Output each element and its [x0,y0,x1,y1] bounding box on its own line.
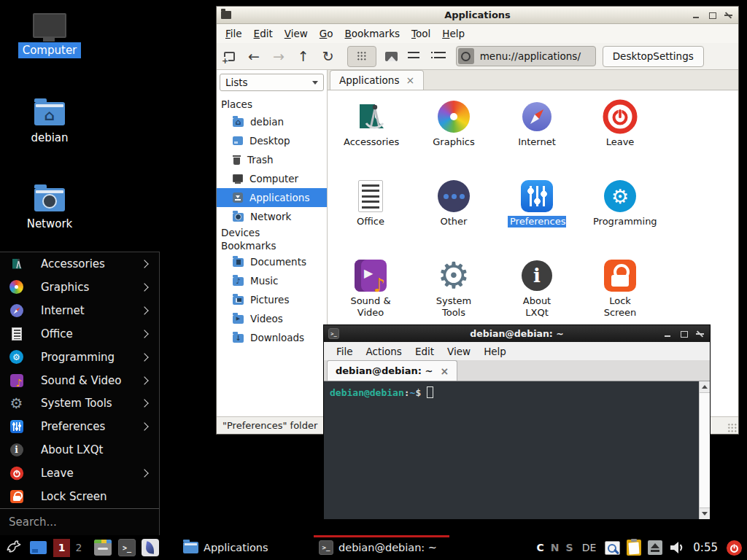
close-button[interactable] [695,330,705,338]
maximize-button[interactable] [708,11,718,20]
file-manager-launcher-icon[interactable] [94,540,112,556]
clipboard-tray-icon[interactable] [627,540,641,556]
menu-item-programming[interactable]: Programming [0,346,159,369]
task-terminal[interactable]: debian@debian: ~ [314,535,449,560]
workspace-2-button[interactable]: 2 [72,542,85,553]
tab-terminal-session[interactable]: debian@debian: ~ × [327,360,457,381]
close-button[interactable] [724,11,734,20]
thumbnail-view-icon[interactable] [385,52,398,61]
up-icon[interactable]: ↑ [298,50,309,63]
scroll-lock-indicator[interactable]: S [566,542,573,553]
tab-applications[interactable]: Applications × [330,70,424,90]
sidebar-item-documents[interactable]: Documents [217,252,327,271]
maximize-button[interactable] [679,330,689,338]
clock[interactable]: 0:55 [693,541,718,554]
menu-edit[interactable]: Edit [409,344,441,359]
menu-help[interactable]: Help [477,344,513,359]
menu-item-system-tools[interactable]: System Tools [0,392,159,416]
minimize-button[interactable] [692,11,702,20]
internet-icon [9,303,24,318]
reload-icon[interactable]: ↻ [322,50,334,63]
menu-view[interactable]: View [441,344,477,359]
menu-item-lock-screen[interactable]: Lock Screen [0,485,159,508]
sidebar-item-computer[interactable]: Computer [217,169,327,188]
app-item-accessories[interactable]: Accessories [329,99,412,179]
caps-lock-indicator[interactable]: C [537,542,544,553]
submenu-arrow-icon [140,400,148,408]
detailed-list-view-icon[interactable] [408,52,419,61]
screenshot-tray-icon[interactable] [605,541,620,555]
sidebar-item-network[interactable]: Network [217,207,327,226]
file-manager-titlebar[interactable]: Applications [217,7,738,24]
power-icon [603,99,638,134]
app-item-internet[interactable]: Internet [495,99,578,179]
app-item-graphics[interactable]: Graphics [412,99,495,179]
menu-item-about-lxqt[interactable]: About LXQt [0,438,159,462]
chevron-down-icon [312,81,318,85]
menu-bookmarks[interactable]: Bookmarks [339,26,406,41]
sidebar-item-music[interactable]: Music [217,271,327,290]
app-item-other[interactable]: Other [412,179,495,258]
app-item-programming[interactable]: Programming [578,179,662,258]
sidebar-mode-selector[interactable]: Lists [220,74,324,91]
keyboard-layout-indicator[interactable]: DE [582,542,597,553]
desktop-settings-button[interactable]: DesktopSettings [603,46,704,67]
featherpad-launcher-icon[interactable] [142,539,159,556]
compact-view-icon[interactable] [434,52,446,61]
icon-view-button[interactable] [347,46,376,67]
menu-item-office[interactable]: Office [0,322,159,346]
menu-actions[interactable]: Actions [360,344,409,359]
terminal-titlebar[interactable]: debian@debian: ~ [324,325,710,342]
sidebar-item-trash[interactable]: Trash [217,150,327,169]
desktop-icon-debian[interactable]: debian [12,98,88,146]
app-item-preferences[interactable]: Preferences [495,179,578,258]
menu-file[interactable]: File [220,26,248,41]
menu-item-accessories[interactable]: Accessories [0,252,159,276]
task-applications[interactable]: Applications [178,535,314,560]
app-item-leave[interactable]: Leave [578,99,662,179]
menu-tool[interactable]: Tool [406,26,436,41]
menu-go[interactable]: Go [314,26,339,41]
menu-edit[interactable]: Edit [248,26,279,41]
scroll-up-icon[interactable] [700,381,710,393]
desktop-icon-computer[interactable]: Computer [12,13,88,58]
num-lock-indicator[interactable]: N [551,542,560,553]
terminal-launcher-icon[interactable] [118,539,136,556]
workspace-1-button[interactable]: 1 [53,539,70,557]
app-item-office[interactable]: Office [329,179,412,258]
removable-media-icon[interactable] [648,540,662,555]
sidebar-item-desktop[interactable]: Desktop [217,131,327,150]
menu-item-preferences[interactable]: Preferences [0,415,159,438]
show-desktop-icon[interactable] [30,541,47,554]
desktop-icon-network[interactable]: Network [12,184,88,232]
address-bar[interactable]: menu://applications/ [456,46,596,66]
preferences-icon [519,179,554,214]
sidebar-item-debian[interactable]: debian [217,112,327,131]
forward-icon[interactable]: → [273,50,285,63]
sidebar-item-applications[interactable]: Applications [217,188,327,207]
menu-item-sound-video[interactable]: Sound & Video [0,369,159,392]
scroll-down-icon[interactable] [700,508,710,519]
volume-icon[interactable] [669,540,685,555]
sidebar-item-pictures[interactable]: Pictures [217,290,327,309]
main-menu-button[interactable] [4,538,23,557]
tab-close-icon[interactable]: × [406,75,414,85]
menu-item-leave[interactable]: Leave [0,462,159,485]
grid-view-icon [357,51,367,61]
terminal-content[interactable]: debian@debian:~$ [324,381,710,519]
minimize-button[interactable] [663,330,673,338]
menu-item-internet[interactable]: Internet [0,299,159,322]
menu-item-graphics[interactable]: Graphics [0,276,159,299]
power-button[interactable] [726,540,743,556]
new-tab-icon[interactable] [224,52,235,61]
search-input[interactable] [0,516,159,529]
sidebar-item-downloads[interactable]: Downloads [217,328,327,347]
back-icon[interactable]: ← [248,50,260,63]
menu-file[interactable]: File [330,344,360,359]
menu-help[interactable]: Help [436,26,471,41]
resize-grip[interactable] [727,423,737,432]
sidebar-item-videos[interactable]: Videos [217,309,327,328]
menu-view[interactable]: View [279,26,314,41]
tab-close-icon[interactable]: × [440,366,449,376]
terminal-scrollbar[interactable] [699,381,710,519]
